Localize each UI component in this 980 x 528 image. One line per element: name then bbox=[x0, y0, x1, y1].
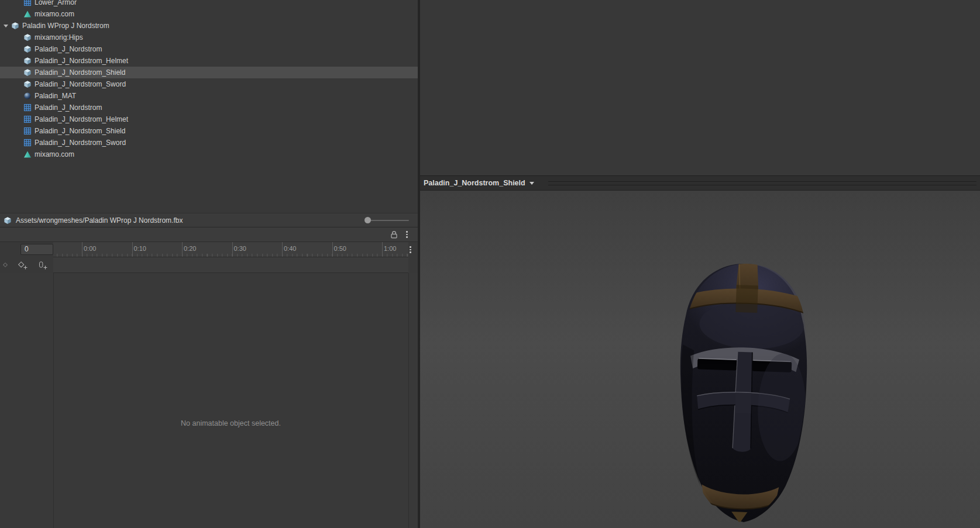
material-icon bbox=[23, 91, 32, 101]
unity-editor-window: Lower_Armor mixamo.com Paladin WProp J N… bbox=[0, 0, 980, 528]
ruler-label: 0:10 bbox=[134, 245, 146, 252]
ruler-tick bbox=[232, 242, 233, 257]
kebab-menu-icon[interactable] bbox=[406, 231, 408, 238]
tree-item[interactable]: Paladin_J_Nordstrom_Shield bbox=[0, 125, 418, 137]
tree-item-label: Paladin_J_Nordstrom_Shield bbox=[35, 68, 125, 77]
tree-item[interactable]: Paladin_MAT bbox=[0, 90, 418, 102]
tree-item-label: mixamorig:Hips bbox=[35, 33, 83, 42]
tree-item[interactable]: Paladin_J_Nordstrom_Helmet bbox=[0, 113, 418, 125]
tree-item[interactable]: Paladin_J_Nordstrom_Sword bbox=[0, 137, 418, 149]
ruler-label: 0:00 bbox=[84, 245, 96, 252]
asset-tree: Lower_Armor mixamo.com Paladin WProp J N… bbox=[0, 0, 418, 213]
empty-animation-message: No animatable object selected. bbox=[53, 419, 408, 427]
prefab-icon bbox=[23, 56, 32, 65]
ruler-minor-ticks bbox=[53, 254, 408, 257]
timeline-ruler-row: 0 0:00 0:10 0:20 0:30 0:40 0:50 1:00 bbox=[0, 242, 418, 257]
tree-item-label: mixamo.com bbox=[35, 10, 74, 18]
ruler-tick bbox=[132, 242, 133, 257]
ruler-tick bbox=[82, 242, 82, 257]
animation-toolbar bbox=[0, 227, 418, 242]
tree-item[interactable]: Lower_Armor bbox=[0, 0, 418, 8]
prefab-icon bbox=[23, 68, 32, 77]
tree-item-label: Paladin_MAT bbox=[35, 92, 76, 100]
tree-item-label: Paladin_J_Nordstrom_Helmet bbox=[35, 115, 128, 123]
tree-item[interactable]: mixamo.com bbox=[0, 149, 418, 160]
keyframe-strip bbox=[0, 257, 418, 273]
mesh-icon bbox=[23, 103, 32, 112]
tree-item-label: Paladin_J_Nordstrom_Shield bbox=[35, 127, 125, 135]
add-event-button[interactable] bbox=[37, 261, 48, 270]
preview-zoom-slider[interactable] bbox=[365, 217, 371, 223]
mesh-icon bbox=[23, 0, 32, 7]
prefab-icon bbox=[3, 216, 12, 225]
ruler-label: 0:50 bbox=[334, 245, 346, 252]
curve-marker-icon bbox=[2, 262, 8, 268]
inspector-empty-area bbox=[420, 0, 980, 175]
prefab-icon bbox=[23, 44, 32, 54]
tree-item-label: Lower_Armor bbox=[35, 0, 77, 6]
ruler-label: 0:20 bbox=[184, 245, 196, 252]
tree-item-label: Paladin_J_Nordstrom_Sword bbox=[35, 80, 126, 88]
tree-item-label: mixamo.com bbox=[35, 150, 74, 158]
ruler-label: 0:30 bbox=[234, 245, 246, 252]
tree-item-label: Paladin_J_Nordstrom_Helmet bbox=[35, 57, 128, 65]
preview-object-name: Paladin_J_Nordstrom_Shield bbox=[424, 179, 525, 187]
tree-item[interactable]: Paladin_J_Nordstrom bbox=[0, 102, 418, 113]
dopesheet-area: No animatable object selected. bbox=[0, 273, 418, 528]
chevron-down-icon bbox=[529, 182, 534, 185]
foldout-expanded-icon[interactable] bbox=[2, 22, 9, 29]
mesh-icon bbox=[23, 138, 32, 147]
animation-clip-icon bbox=[23, 9, 32, 19]
asset-path-label: Assets/wrongmeshes/Paladin WProp J Nords… bbox=[16, 216, 183, 225]
tree-item-label: Paladin WProp J Nordstrom bbox=[22, 22, 109, 30]
tree-item-selected[interactable]: Paladin_J_Nordstrom_Shield bbox=[0, 67, 418, 78]
preview-viewport[interactable] bbox=[420, 191, 980, 528]
ruler-label: 0:40 bbox=[284, 245, 296, 252]
preview-pane: Paladin_J_Nordstrom_Shield bbox=[420, 0, 980, 528]
dopesheet-header bbox=[53, 257, 408, 273]
tree-item[interactable]: mixamo.com bbox=[0, 8, 418, 20]
tree-item[interactable]: Paladin WProp J Nordstrom bbox=[0, 20, 418, 32]
tree-item[interactable]: Paladin_J_Nordstrom_Helmet bbox=[0, 55, 418, 67]
kebab-menu-icon[interactable] bbox=[410, 246, 411, 253]
ruler-tick bbox=[182, 242, 183, 257]
tree-item-label: Paladin_J_Nordstrom bbox=[35, 45, 102, 53]
tree-item[interactable]: mixamorig:Hips bbox=[0, 32, 418, 43]
animation-clip-icon bbox=[23, 150, 32, 159]
timeline-ruler[interactable]: 0:00 0:10 0:20 0:30 0:40 0:50 1:00 bbox=[53, 242, 408, 257]
tree-item[interactable]: Paladin_J_Nordstrom bbox=[0, 43, 418, 55]
tree-item-label: Paladin_J_Nordstrom bbox=[35, 103, 102, 112]
prefab-icon bbox=[23, 33, 32, 42]
helmet-model bbox=[664, 261, 823, 522]
preview-object-dropdown[interactable]: Paladin_J_Nordstrom_Shield bbox=[420, 176, 540, 190]
tree-item-label: Paladin_J_Nordstrom_Sword bbox=[35, 139, 126, 147]
preview-zoom-track[interactable] bbox=[366, 220, 409, 221]
add-keyframe-button[interactable] bbox=[18, 261, 28, 270]
mesh-icon bbox=[23, 115, 32, 124]
column-divider bbox=[408, 273, 409, 528]
prefab-icon bbox=[11, 21, 20, 30]
prefab-icon bbox=[23, 80, 32, 89]
column-divider bbox=[53, 273, 54, 528]
ruler-label: 1:00 bbox=[384, 245, 396, 252]
import-hierarchy-pane: Lower_Armor mixamo.com Paladin WProp J N… bbox=[0, 0, 418, 528]
preview-header: Paladin_J_Nordstrom_Shield bbox=[420, 175, 980, 191]
preview-resize-grip[interactable] bbox=[548, 181, 976, 185]
ruler-tick bbox=[382, 242, 383, 257]
lock-icon[interactable] bbox=[390, 230, 398, 239]
ruler-tick bbox=[332, 242, 333, 257]
frame-field[interactable]: 0 bbox=[20, 244, 53, 255]
ruler-tick bbox=[282, 242, 283, 257]
tree-item[interactable]: Paladin_J_Nordstrom_Sword bbox=[0, 78, 418, 90]
mesh-icon bbox=[23, 126, 32, 136]
asset-path-bar: Assets/wrongmeshes/Paladin WProp J Nords… bbox=[0, 213, 418, 227]
